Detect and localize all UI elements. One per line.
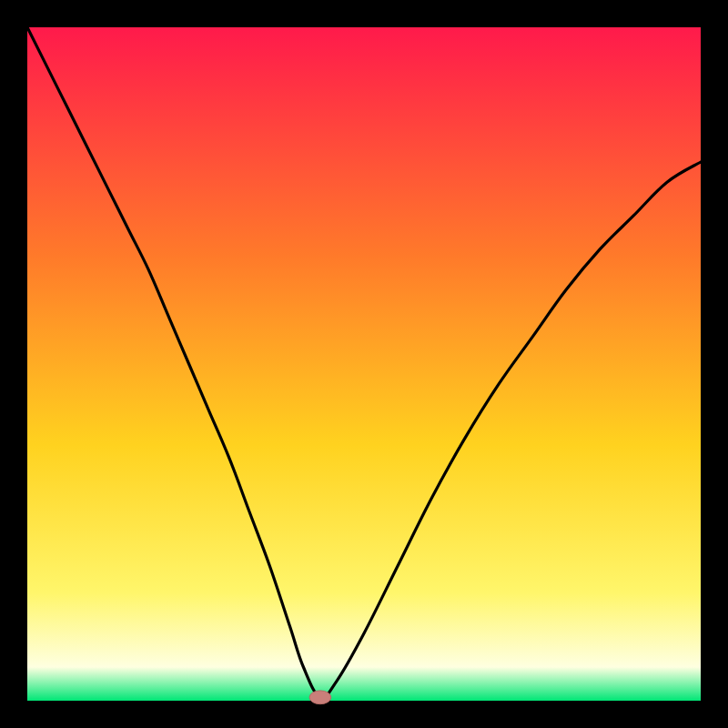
bottleneck-chart bbox=[0, 0, 728, 728]
optimal-point-marker bbox=[309, 691, 331, 704]
plot-gradient-background bbox=[27, 27, 701, 701]
chart-frame: { "watermark": "TheBottleneck.com", "col… bbox=[0, 0, 728, 728]
